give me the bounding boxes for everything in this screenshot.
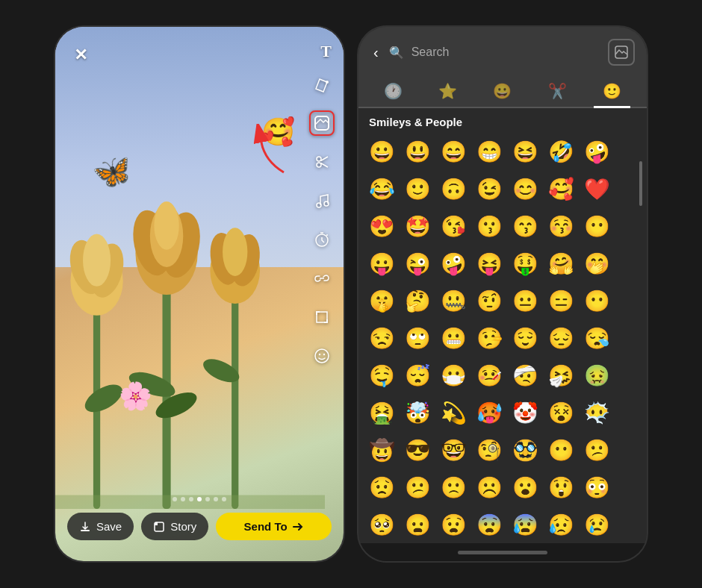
emoji-cell[interactable]: ❤️	[580, 172, 614, 206]
draw-tool-button[interactable]	[309, 72, 335, 97]
emoji-cell[interactable]: 🤑	[508, 246, 542, 281]
emoji-cell[interactable]: 😶‍🌫️	[580, 395, 614, 430]
emoji-cell[interactable]: 🤓	[436, 433, 470, 467]
text-tool-button[interactable]: T	[320, 42, 332, 61]
emoji-cell[interactable]: 😥	[544, 507, 578, 542]
emoji-cell[interactable]: 😕	[400, 470, 435, 504]
emoji-cell[interactable]: 😄	[436, 134, 470, 169]
emoji-cell[interactable]: 😔	[544, 321, 578, 355]
emoji-cell[interactable]: 🤗	[544, 246, 578, 281]
emoji-cell[interactable]: 🤭	[580, 246, 614, 281]
emoji-cell[interactable]: 💫	[436, 395, 470, 430]
emoji-cell[interactable]: 🤔	[400, 284, 435, 318]
emoji-cell[interactable]: 🤮	[364, 395, 399, 430]
emoji-cell[interactable]: 🤨	[472, 284, 506, 318]
emoji-cell[interactable]: 🤩	[400, 209, 435, 243]
emoji-cell[interactable]: 😟	[364, 470, 399, 504]
emoji-cell[interactable]: 😂	[364, 172, 399, 206]
emoji-cell[interactable]: 😎	[400, 433, 435, 467]
emoji-cell[interactable]: 🙂	[400, 172, 435, 206]
emoji-cell[interactable]: 🙁	[436, 470, 470, 504]
send-to-button[interactable]: Send To	[216, 513, 332, 540]
emoji-cell[interactable]: 🥸	[508, 433, 542, 467]
emoji-cell[interactable]: 🤯	[400, 395, 435, 430]
emoji-cell[interactable]: 😵	[544, 395, 578, 430]
music-tool-button[interactable]	[309, 188, 335, 213]
timer-tool-button[interactable]	[309, 227, 335, 252]
emoji-cell[interactable]: 😑	[544, 284, 578, 318]
emoji-cell[interactable]: 😌	[508, 321, 542, 355]
emoji-cell[interactable]: 😝	[472, 246, 506, 281]
close-button[interactable]: ✕	[67, 42, 94, 69]
emoji-cell[interactable]: 😳	[580, 470, 614, 504]
emoji-cell[interactable]: 🤥	[472, 321, 506, 355]
emoji-cell[interactable]: 😴	[400, 358, 435, 392]
emoji-cell[interactable]: 😕	[580, 433, 614, 467]
emoji-cell[interactable]: 😪	[580, 321, 614, 355]
emoji-cell[interactable]: 😷	[436, 358, 470, 392]
emoji-cell[interactable]: 😘	[436, 209, 470, 243]
emoji-cell[interactable]: 🤤	[364, 358, 399, 392]
emoji-cell[interactable]: 🤪	[580, 134, 614, 169]
flower-sticker[interactable]: 🌸	[119, 381, 152, 412]
emoji-cell[interactable]: 🤫	[364, 284, 399, 318]
emoji-cell[interactable]: 😜	[400, 246, 435, 281]
favorites-tab[interactable]: ⭐	[429, 78, 466, 108]
emoji-cell[interactable]: 🤡	[508, 395, 542, 430]
emoji-cell[interactable]: 😶	[580, 209, 614, 243]
emoji-cell[interactable]: 🙄	[400, 321, 435, 355]
scissors-tool-button[interactable]	[309, 149, 335, 175]
emoji-cell[interactable]: 🙃	[436, 172, 470, 206]
emoji-cell[interactable]: 😉	[472, 172, 506, 206]
emoji-cell[interactable]: 🥵	[472, 395, 506, 430]
active-smileys-tab[interactable]: 🙂	[594, 78, 630, 108]
emoji-cell[interactable]: 😀	[364, 134, 399, 169]
emoji-cell[interactable]: 😆	[508, 134, 542, 169]
crop-tool-button[interactable]	[309, 304, 335, 330]
butterfly-sticker[interactable]: 🦋	[90, 151, 134, 193]
emoji-cell[interactable]: ☹️	[472, 470, 506, 504]
emoji-cell[interactable]: 🤒	[472, 358, 506, 392]
emoji-cell[interactable]: 🤠	[364, 433, 399, 467]
emoji-cell[interactable]: 😶	[544, 433, 578, 467]
emoji-cell[interactable]: 😨	[472, 507, 506, 542]
emoji-cell[interactable]: 🤢	[580, 358, 614, 392]
emoji-cell[interactable]: 😃	[400, 134, 435, 169]
emoji-cell[interactable]: 😒	[364, 321, 399, 355]
sticker-tool-button[interactable]	[309, 110, 335, 136]
emoji-cell[interactable]: 😲	[544, 470, 578, 504]
emoji-cell[interactable]: 😚	[544, 209, 578, 243]
emoji-cell[interactable]: 😦	[400, 507, 435, 542]
emoji-cell[interactable]: 😊	[508, 172, 542, 206]
smileys-tab[interactable]: 😀	[484, 78, 521, 108]
save-button[interactable]: Save	[67, 513, 134, 540]
story-icon	[153, 521, 165, 533]
emoji-cell[interactable]: 🥰	[544, 172, 578, 206]
emoji-cell[interactable]: 😧	[436, 507, 470, 542]
sticker-mode-button[interactable]	[608, 39, 635, 66]
emoji-cell[interactable]: 😐	[508, 284, 542, 318]
emoji-cell[interactable]: 🤧	[544, 358, 578, 392]
emoji-cell[interactable]: 😰	[508, 507, 542, 542]
scissors-tab[interactable]: ✂️	[539, 78, 576, 108]
emoji-cell[interactable]: 😢	[580, 507, 614, 542]
emoji-cell[interactable]: 🤐	[436, 284, 470, 318]
emoji-cell[interactable]: 🤕	[508, 358, 542, 392]
emoji-back-button[interactable]: ‹	[370, 41, 382, 64]
story-button[interactable]: Story	[141, 513, 208, 540]
emoji-cell[interactable]: 😍	[364, 209, 399, 243]
emoji-cell[interactable]: 😶	[580, 284, 614, 318]
emoji-cell[interactable]: 😛	[364, 246, 399, 281]
recent-tab[interactable]: 🕐	[375, 78, 411, 108]
emoji-cell[interactable]: 😗	[472, 209, 506, 243]
emoji-cell[interactable]: 😮	[508, 470, 542, 504]
emoji-cell[interactable]: 😙	[508, 209, 542, 243]
link-tool-button[interactable]	[309, 266, 335, 291]
emoji-cell[interactable]: 😁	[472, 134, 506, 169]
emoji-cell[interactable]: 🤪	[436, 246, 470, 281]
emoji-cell[interactable]: 😬	[436, 321, 470, 355]
emoji-cell[interactable]: 🤣	[544, 134, 578, 169]
emoji-cell[interactable]: 🧐	[472, 433, 506, 467]
emoji-cell[interactable]: 🥺	[364, 507, 399, 542]
emoji-tool-button[interactable]	[309, 343, 335, 369]
